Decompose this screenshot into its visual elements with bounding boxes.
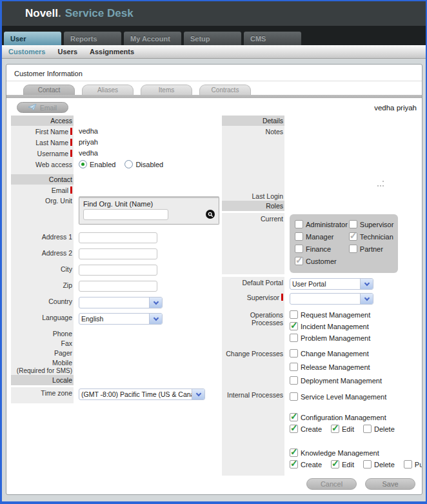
timezone-select[interactable]: (GMT -8:00) Pacific Time (US & Canada); …	[79, 388, 205, 400]
nav-tab-cms[interactable]: CMS	[244, 32, 301, 45]
knowledge-create-checkbox[interactable]	[290, 460, 298, 469]
role-label: Supervisor	[360, 221, 394, 228]
web-access-label: Web access	[11, 159, 74, 174]
required-marker	[281, 294, 283, 301]
required-marker	[70, 128, 72, 135]
role-supervisor-checkbox[interactable]	[349, 220, 357, 228]
chevron-down-icon	[192, 389, 204, 399]
tab-aliases[interactable]: Aliases	[82, 85, 134, 95]
city-input[interactable]	[79, 265, 157, 276]
process-label: Service Level Management	[301, 393, 386, 401]
problem-management-checkbox[interactable]	[290, 334, 298, 342]
knowledge-edit-checkbox[interactable]	[331, 460, 339, 469]
primary-nav: User Reports My Account Setup CMS	[2, 26, 426, 45]
cancel-button[interactable]: Cancel	[306, 478, 357, 490]
app-header: Novell. Service Desk	[2, 1, 426, 26]
required-marker	[70, 186, 72, 194]
city-label: City	[11, 263, 74, 279]
phone-value	[74, 328, 219, 338]
role-customer-checkbox	[295, 257, 303, 265]
release-management-checkbox[interactable]	[290, 363, 298, 371]
supervisor-select[interactable]	[290, 293, 373, 305]
role-label: Partner	[360, 245, 383, 253]
pager-label: Pager	[11, 347, 74, 357]
nav-tab-my-account[interactable]: My Account	[124, 32, 181, 45]
incident-management-checkbox[interactable]	[290, 322, 298, 330]
org-unit-finder: Find Org. Unit (Name)	[79, 196, 219, 225]
change-processes-label: Change Processes	[222, 348, 284, 389]
config-create-checkbox[interactable]	[290, 425, 298, 433]
address2-input[interactable]	[79, 248, 157, 259]
spacer-label	[222, 405, 284, 440]
knowledge-publish-checkbox[interactable]	[404, 460, 412, 469]
perm-label: Delete	[374, 461, 395, 469]
deployment-management-checkbox[interactable]	[290, 376, 298, 385]
default-portal-select[interactable]: User Portal	[290, 278, 373, 290]
mobile-label: Mobile(Required for SMS)	[11, 357, 74, 375]
nav-tab-setup[interactable]: Setup	[184, 32, 241, 45]
service-level-management-checkbox[interactable]	[290, 392, 298, 401]
address1-input[interactable]	[79, 232, 157, 243]
config-delete-checkbox[interactable]	[363, 425, 372, 433]
web-access-enabled-label: Enabled	[90, 161, 115, 168]
last-name-value: priyah	[74, 137, 219, 148]
process-label: Change Management	[301, 350, 369, 358]
role-finance-checkbox[interactable]	[295, 245, 303, 253]
email-button[interactable]: Email	[17, 102, 68, 113]
knowledge-management-checkbox[interactable]	[290, 449, 298, 457]
request-management-checkbox[interactable]	[290, 310, 298, 319]
change-management-checkbox[interactable]	[290, 349, 298, 358]
toolbar: Email vedha priyah	[6, 98, 422, 116]
subnav-customers[interactable]: Customers	[8, 48, 45, 55]
operations-processes-label: Operations Processes	[222, 309, 284, 348]
current-roles-group: Administrator Supervisor Manager Technic…	[290, 214, 398, 273]
process-label: Request Management	[301, 311, 370, 319]
panel-title: Customer Information	[6, 65, 422, 81]
subnav-assignments[interactable]: Assignments	[90, 48, 134, 55]
role-administrator-checkbox[interactable]	[295, 220, 303, 228]
knowledge-delete-checkbox[interactable]	[363, 460, 372, 469]
role-label: Technician	[360, 233, 393, 241]
section-roles: Roles	[222, 201, 284, 211]
mobile-value	[74, 357, 219, 375]
save-button[interactable]: Save	[365, 478, 415, 490]
search-icon[interactable]	[206, 210, 215, 219]
current-roles-label: Current	[222, 213, 284, 274]
fax-label: Fax	[11, 338, 74, 347]
subnav-users[interactable]: Users	[57, 48, 77, 55]
address1-label: Address 1	[11, 231, 74, 247]
zip-input[interactable]	[79, 281, 157, 292]
resize-grip-icon[interactable]	[378, 181, 384, 186]
chevron-down-icon	[360, 294, 373, 304]
language-select[interactable]: English	[79, 313, 163, 325]
role-manager-checkbox[interactable]	[295, 232, 303, 241]
record-tabs: Contact Aliases Items Contracts	[6, 85, 422, 95]
novell-logo: Novell	[25, 7, 58, 20]
internal-processes-label: Internal Processes	[222, 389, 284, 405]
tab-contact[interactable]: Contact	[23, 85, 75, 95]
web-access-enabled-radio[interactable]	[79, 160, 87, 168]
email-value	[74, 185, 219, 195]
zip-label: Zip	[11, 279, 74, 296]
tab-items[interactable]: Items	[141, 85, 192, 95]
tab-contracts[interactable]: Contracts	[199, 85, 251, 95]
notes-textarea[interactable]	[290, 127, 384, 189]
nav-tab-reports[interactable]: Reports	[64, 32, 121, 45]
chevron-down-icon	[149, 297, 162, 308]
web-access-disabled-radio[interactable]	[124, 160, 133, 168]
timezone-select-value: (GMT -8:00) Pacific Time (US & Canada); …	[79, 389, 192, 399]
language-select-value: English	[79, 314, 149, 324]
process-label: Knowledge Management	[301, 449, 379, 457]
form-column-right: Details Notes Last Login Roles Current	[222, 116, 422, 476]
username-value: vedha	[74, 148, 219, 159]
config-edit-checkbox[interactable]	[331, 425, 339, 433]
customer-information-panel: Customer Information Contact Aliases Ite…	[6, 64, 422, 495]
org-unit-finder-label: Find Org. Unit (Name)	[83, 200, 215, 208]
org-unit-search-input[interactable]	[83, 209, 168, 220]
spacer-label	[222, 440, 284, 476]
section-details: Details	[222, 116, 284, 126]
country-select[interactable]	[79, 297, 163, 308]
nav-tab-user[interactable]: User	[4, 32, 61, 45]
configuration-management-checkbox[interactable]	[290, 413, 298, 421]
role-partner-checkbox[interactable]	[349, 245, 357, 253]
